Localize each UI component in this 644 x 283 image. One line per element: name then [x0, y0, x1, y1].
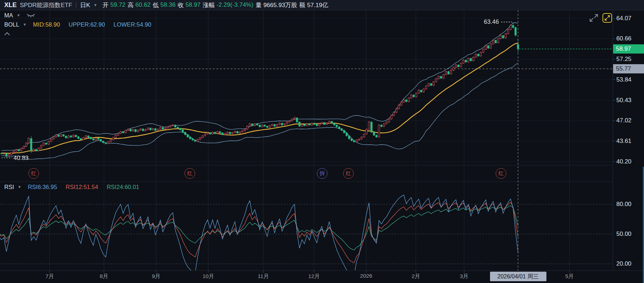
- event-badge-红[interactable]: 红: [185, 168, 195, 179]
- crosshair-price-badge: 55.77: [613, 64, 644, 73]
- rsi-values: RSI6:36.95RSI12:51.54RSI24:60.01: [28, 184, 139, 190]
- quote-field-label: 涨幅: [203, 1, 215, 9]
- rsi-label[interactable]: RSI: [4, 184, 14, 190]
- ma-label[interactable]: MA: [4, 12, 13, 19]
- rsi-indicator-row[interactable]: RSI ▼ RSI6:36.95RSI12:51.54RSI24:60.01: [4, 184, 139, 190]
- eye-closed-icon[interactable]: [26, 13, 35, 18]
- quote-field-value: 59.72: [110, 1, 126, 9]
- time-axis-label: 2026: [360, 273, 372, 279]
- chevron-down-icon[interactable]: ▼: [18, 185, 22, 189]
- price-axis-label: 57.25: [616, 56, 632, 63]
- event-badge-红[interactable]: 红: [343, 168, 354, 179]
- quote-field-value: 58.97: [186, 1, 201, 9]
- time-axis-label: 8月: [100, 273, 108, 280]
- indicator-value: LOWER:54.90: [114, 21, 151, 28]
- time-axis-label: 12月: [308, 273, 320, 280]
- period-selector[interactable]: 日K: [80, 1, 90, 9]
- quote-field-value: 57.19亿: [307, 1, 329, 9]
- time-axis-label: 10月: [203, 273, 214, 280]
- time-axis-label: 3月: [460, 273, 468, 280]
- price-axis-label: 43.61: [616, 138, 632, 145]
- period-low-label: 40.83: [13, 155, 29, 162]
- chart-canvas[interactable]: [0, 0, 644, 283]
- crosshair-date-badge: 2026/04/01 周三: [490, 272, 546, 281]
- chevron-down-icon[interactable]: ▼: [93, 3, 97, 7]
- price-axis-label: 47.02: [616, 117, 632, 124]
- boll-bands: [1, 23, 518, 159]
- price-axis-label: 53.84: [616, 76, 632, 83]
- quote-field-label: 低: [153, 1, 159, 9]
- quote-field: 收58.97: [178, 1, 201, 9]
- quote-field: 低58.36: [153, 1, 176, 9]
- expand-arrows-icon[interactable]: [589, 13, 599, 22]
- rsi-lines: [0, 195, 518, 283]
- event-badge-红[interactable]: 红: [496, 168, 506, 179]
- time-axis-label: 7月: [45, 273, 54, 280]
- instrument-name: SPDR能源指数ETF: [20, 1, 72, 9]
- price-axis-label: 50.43: [616, 97, 632, 104]
- quote-field-label: 收: [178, 1, 184, 9]
- time-axis-label: 5月: [565, 273, 574, 280]
- chevron-down-icon[interactable]: ▼: [23, 23, 27, 27]
- boll-label[interactable]: BOLL: [4, 21, 19, 28]
- quote-field-label: 开: [103, 1, 109, 9]
- quote-field-label: 量: [255, 1, 262, 9]
- period-high-label: 63.46: [475, 18, 499, 26]
- boll-indicator-row[interactable]: BOLL ▼ MID:58.90UPPER:62.90LOWER:54.90: [4, 21, 151, 28]
- grid: [0, 10, 644, 283]
- ma-indicator-row[interactable]: MA ▼: [4, 12, 35, 19]
- ticker-symbol: XLE: [4, 1, 17, 9]
- indicator-value: RSI12:51.54: [66, 184, 98, 190]
- rsi-axis-label: 20.00: [616, 260, 632, 267]
- chart-toolbar: [589, 13, 612, 23]
- price-axis-label: 64.07: [616, 15, 632, 22]
- collapse-pane-icon[interactable]: [4, 31, 11, 38]
- rsi-axis-label: 80.00: [616, 201, 632, 208]
- time-axis-label: 9月: [152, 273, 160, 280]
- time-axis-label: 11月: [258, 273, 269, 280]
- quote-field-label: 额: [299, 1, 306, 9]
- fullscreen-active-icon[interactable]: [602, 13, 612, 23]
- indicator-value: RSI6:36.95: [28, 184, 57, 190]
- stock-chart-app: { "header": { "symbol": "XLE", "name": "…: [0, 0, 644, 283]
- quote-fields: 开59.72高60.62低58.36收58.97涨幅-2.29(-3.74%)量…: [100, 1, 328, 9]
- quote-field-value: 58.36: [160, 1, 176, 9]
- quote-field-value: 60.62: [136, 1, 151, 9]
- quote-field-value: -2.29(-3.74%): [216, 1, 253, 9]
- event-badge-拆[interactable]: 拆: [317, 168, 327, 179]
- quote-field: 额57.19亿: [299, 1, 329, 9]
- event-badge-红[interactable]: 红: [28, 168, 39, 179]
- indicator-value: MID:58.90: [33, 21, 60, 28]
- price-axis-label: 40.20: [616, 158, 632, 165]
- quote-field: 量9665.93万股: [255, 1, 297, 9]
- quote-field: 开59.72: [103, 1, 126, 9]
- time-axis-label: 2月: [412, 273, 420, 280]
- top-info-bar: XLE SPDR能源指数ETF | 日K ▼ 开59.72高60.62低58.3…: [0, 0, 644, 10]
- chevron-down-icon[interactable]: ▼: [17, 13, 21, 17]
- quote-field-value: 9665.93万股: [263, 1, 297, 9]
- quote-field: 高60.62: [128, 1, 151, 9]
- rsi-axis-label: 50.00: [616, 231, 632, 238]
- indicator-value: UPPER:62.90: [68, 21, 105, 28]
- boll-values: MID:58.90UPPER:62.90LOWER:54.90: [33, 21, 151, 28]
- current-price-badge: 58.97: [613, 44, 644, 54]
- divider: |: [75, 1, 77, 9]
- indicator-value: RSI24:60.01: [107, 184, 139, 190]
- quote-field-label: 高: [128, 1, 134, 9]
- price-axis-label: 60.66: [616, 35, 632, 42]
- quote-field: 涨幅-2.29(-3.74%): [203, 1, 253, 9]
